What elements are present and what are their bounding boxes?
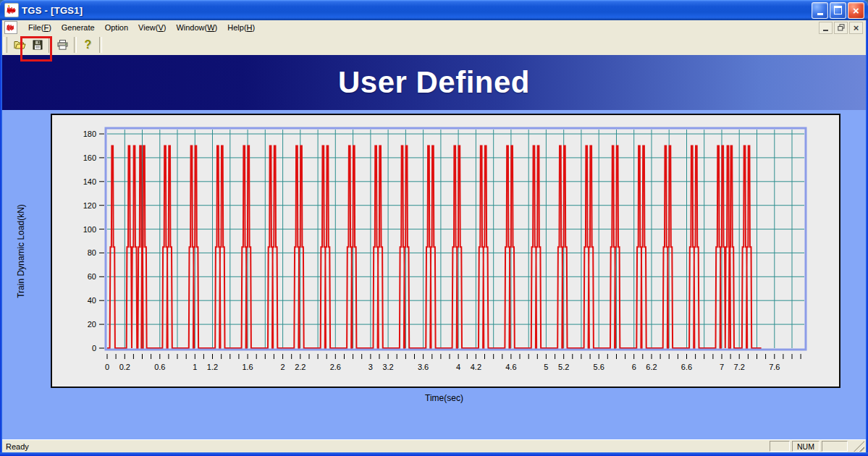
menu-option[interactable]: Option [100, 22, 133, 33]
svg-text:180: 180 [83, 130, 96, 138]
status-panel-empty [770, 441, 790, 452]
svg-text:4: 4 [456, 363, 460, 371]
document-system-icon[interactable] [4, 21, 17, 34]
menu-label: ) [215, 23, 218, 32]
svg-text:6: 6 [632, 363, 636, 371]
svg-text:160: 160 [83, 153, 96, 162]
status-bar: Ready NUM [2, 439, 866, 452]
title-bar: TGS - [TGS1] [0, 0, 868, 20]
svg-text:4.2: 4.2 [471, 363, 481, 371]
svg-text:100: 100 [83, 225, 96, 234]
save-button[interactable] [28, 36, 46, 54]
app-logo-icon[interactable] [4, 3, 19, 17]
help-button[interactable] [79, 36, 97, 54]
restore-icon [838, 24, 845, 31]
svg-text:2.2: 2.2 [295, 363, 306, 371]
svg-text:0: 0 [105, 363, 109, 371]
svg-text:120: 120 [83, 201, 96, 210]
menu-label: ) [253, 23, 256, 32]
svg-text:2.6: 2.6 [330, 363, 341, 371]
open-folder-icon [13, 39, 26, 51]
svg-text:6.6: 6.6 [681, 363, 692, 371]
menu-mnemonic: V [158, 23, 163, 32]
svg-text:80: 80 [88, 248, 96, 257]
toolbar-gripper[interactable] [4, 37, 7, 53]
minimize-icon [823, 30, 828, 31]
svg-text:0: 0 [92, 344, 96, 352]
svg-text:5: 5 [544, 363, 548, 371]
maximize-icon [834, 6, 842, 14]
window-controls [812, 2, 868, 19]
maximize-button[interactable] [830, 2, 846, 19]
mdi-restore-button[interactable] [834, 22, 848, 34]
menu-mnemonic: H [247, 23, 253, 32]
svg-text:5.6: 5.6 [594, 363, 604, 371]
mdi-close-button[interactable] [849, 22, 863, 34]
svg-text:2: 2 [281, 363, 285, 371]
svg-text:60: 60 [88, 272, 96, 281]
window-title: TGS - [TGS1] [22, 5, 83, 16]
window-frame-left [0, 20, 2, 456]
menu-label: ) [164, 23, 167, 32]
menu-label: Option [105, 23, 128, 32]
minimize-button[interactable] [812, 2, 828, 19]
close-button[interactable] [848, 2, 864, 19]
menu-label: View( [138, 23, 158, 32]
menu-generate[interactable]: Generate [56, 22, 100, 33]
menu-bar: File(F) Generate Option View(V) Window(W… [2, 20, 866, 35]
chart-container: 02040608010012014016018000.20.611.21.622… [51, 114, 840, 388]
menu-label: Generate [62, 23, 95, 32]
menu-label: Help( [227, 23, 246, 32]
status-panel-empty [822, 441, 848, 452]
toolbar [2, 35, 866, 56]
svg-text:1: 1 [193, 363, 197, 371]
svg-text:3: 3 [368, 363, 373, 371]
print-button[interactable] [54, 36, 72, 54]
resize-grip[interactable] [854, 441, 864, 452]
menu-mnemonic: W [207, 23, 214, 32]
menu-view[interactable]: View(V) [133, 22, 171, 33]
save-floppy-icon [32, 39, 43, 51]
svg-text:7.6: 7.6 [769, 363, 780, 371]
menu-label: ) [49, 23, 51, 32]
menu-help[interactable]: Help(H) [222, 22, 260, 33]
load-time-history-chart: 02040608010012014016018000.20.611.21.622… [52, 115, 836, 384]
svg-text:6.2: 6.2 [646, 363, 657, 371]
svg-text:3.2: 3.2 [382, 363, 393, 371]
svg-text:1.2: 1.2 [207, 363, 218, 371]
mdi-child-controls [819, 22, 866, 34]
svg-text:3.6: 3.6 [418, 363, 429, 371]
status-message: Ready [6, 442, 29, 451]
svg-text:5.2: 5.2 [558, 363, 569, 371]
svg-text:0.2: 0.2 [119, 363, 130, 371]
toolbar-separator [99, 37, 102, 53]
mdi-minimize-button[interactable] [819, 22, 833, 34]
svg-text:1.6: 1.6 [242, 363, 253, 371]
menu-file[interactable]: File(F) [23, 22, 56, 33]
toolbar-separator [74, 37, 77, 53]
x-axis-title: Time(sec) [51, 393, 838, 403]
svg-text:0.6: 0.6 [154, 363, 165, 371]
y-axis-title-text: Train Dynamic Load(kN) [16, 204, 26, 298]
svg-text:40: 40 [88, 296, 96, 305]
app-window: TGS - [TGS1] File(F) Generate Option Vie… [0, 0, 868, 456]
num-lock-indicator: NUM [792, 441, 819, 452]
svg-text:140: 140 [83, 177, 96, 186]
svg-text:7: 7 [720, 363, 724, 371]
svg-text:4.6: 4.6 [505, 363, 516, 371]
svg-text:7.2: 7.2 [734, 363, 745, 371]
menu-window[interactable]: Window(W) [171, 22, 222, 33]
printer-icon [56, 39, 69, 51]
page-title: User Defined [338, 65, 530, 100]
open-file-button[interactable] [10, 36, 28, 54]
banner: User Defined [2, 55, 866, 110]
status-panels: NUM [770, 441, 864, 452]
menu-label: File( [28, 23, 43, 32]
minimize-icon [817, 13, 823, 15]
toolbar-separator [49, 37, 51, 53]
window-frame-bottom [0, 452, 868, 456]
svg-text:20: 20 [88, 320, 96, 329]
y-axis-title: Train Dynamic Load(kN) [14, 114, 28, 388]
menu-label: Window( [176, 23, 207, 32]
